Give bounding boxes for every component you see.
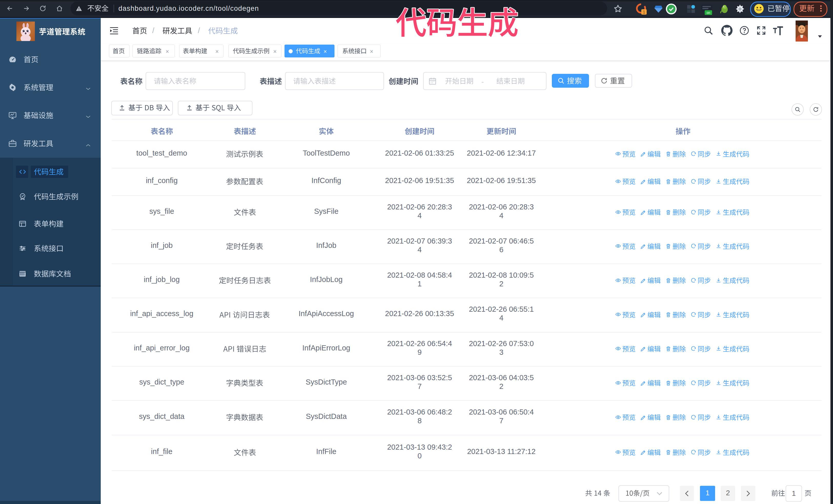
svg-text:1: 1 (643, 9, 645, 15)
svg-text:on: on (707, 11, 710, 15)
